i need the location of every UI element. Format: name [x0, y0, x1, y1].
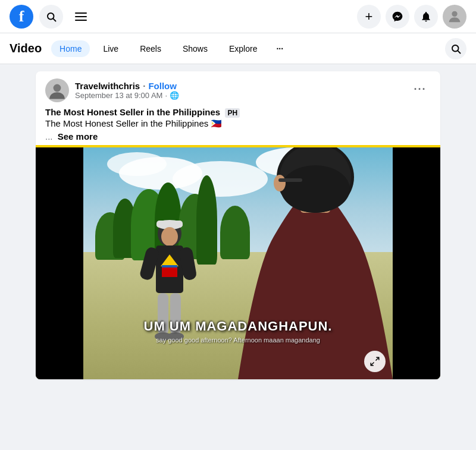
post-card: Travelwithchris · Follow September 13 at…	[36, 71, 440, 379]
subtitle-overlay: UM UM MAGADANGHAPUN. say good good after…	[83, 319, 393, 344]
tab-live[interactable]: Live	[95, 40, 127, 57]
topbar-search-button[interactable]	[39, 5, 63, 29]
secondary-nav: Video Home Live Reels Shows Explore ···	[0, 33, 476, 64]
post-title: The Most Honest Seller in the Philippine…	[45, 107, 431, 117]
see-more-link[interactable]: See more	[58, 131, 98, 141]
person-right	[238, 147, 393, 379]
topbar-right: +	[357, 5, 466, 29]
svg-line-4	[458, 51, 460, 53]
post-timestamp: September 13 at 9:00 AM	[75, 91, 162, 100]
subtitle-secondary-text: say good good afternoon? Afternoon maaan…	[83, 336, 393, 344]
letterbox-left	[36, 147, 83, 379]
hamburger-line-1	[75, 12, 87, 14]
search-icon	[46, 11, 57, 22]
svg-point-9	[161, 227, 178, 246]
letterbox-right	[393, 147, 440, 379]
video-search-button[interactable]	[445, 38, 466, 59]
bell-icon	[420, 11, 432, 23]
post-text: The Most Honest Seller in the Philippine…	[36, 102, 440, 145]
tab-shows[interactable]: Shows	[174, 40, 216, 57]
svg-point-24	[274, 175, 286, 191]
topbar: f +	[0, 0, 476, 33]
search-icon	[450, 43, 461, 54]
ellipsis-icon: ···	[414, 83, 426, 96]
tab-more[interactable]: ···	[270, 40, 289, 57]
post-subtitle: The Most Honest Seller in the Philippine…	[45, 118, 431, 129]
post-author-avatar[interactable]	[45, 78, 69, 102]
video-scene: UM UM MAGADANGHAPUN. say good good after…	[36, 147, 440, 379]
post-header: Travelwithchris · Follow September 13 at…	[36, 71, 440, 102]
hamburger-line-3	[75, 20, 87, 21]
svg-point-23	[281, 165, 350, 213]
hamburger-line-2	[75, 16, 87, 17]
post-more-button[interactable]: ···	[409, 78, 431, 100]
hamburger-menu-button[interactable]	[69, 5, 93, 29]
topbar-left: f	[10, 5, 93, 29]
author-separator: ·	[143, 81, 145, 91]
post-author-line: Travelwithchris · Follow	[75, 81, 179, 91]
cloud-2	[107, 152, 167, 176]
expand-icon	[369, 356, 380, 367]
facebook-logo[interactable]: f	[10, 5, 33, 29]
user-avatar[interactable]	[443, 5, 466, 29]
svg-point-2	[452, 11, 457, 16]
post-time: September 13 at 9:00 AM · 🌐	[75, 91, 179, 100]
create-button[interactable]: +	[357, 5, 381, 29]
video-player[interactable]: UM UM MAGADANGHAPUN. say good good after…	[36, 147, 440, 379]
tab-reels[interactable]: Reels	[131, 40, 170, 57]
subtitle-main-text: UM UM MAGADANGHAPUN.	[83, 319, 393, 334]
tab-explore[interactable]: Explore	[221, 40, 265, 57]
plus-icon: +	[365, 10, 373, 23]
svg-rect-13	[162, 265, 177, 268]
avatar-image	[48, 81, 67, 100]
messenger-icon	[392, 11, 403, 23]
follow-button[interactable]: Follow	[148, 81, 177, 91]
svg-point-5	[54, 84, 61, 92]
messenger-button[interactable]	[386, 5, 409, 29]
expand-button[interactable]	[364, 351, 386, 372]
post-header-left: Travelwithchris · Follow September 13 at…	[45, 78, 179, 102]
ph-badge: PH	[225, 108, 240, 118]
section-title: Video	[10, 42, 42, 55]
notifications-button[interactable]	[414, 5, 438, 29]
post-meta: Travelwithchris · Follow September 13 at…	[75, 81, 179, 100]
person-left	[125, 201, 214, 379]
tab-home[interactable]: Home	[51, 40, 90, 57]
svg-line-1	[53, 18, 55, 21]
video-container[interactable]: UM UM MAGADANGHAPUN. say good good after…	[36, 147, 440, 379]
time-separator: ·	[165, 91, 167, 100]
content-area: Travelwithchris · Follow September 13 at…	[0, 64, 476, 450]
see-more-line: ... See more	[45, 131, 431, 141]
svg-rect-25	[278, 178, 302, 182]
ellipsis-text: ...	[45, 131, 53, 141]
post-author-name[interactable]: Travelwithchris	[75, 81, 140, 91]
avatar-icon	[446, 8, 463, 25]
svg-rect-8	[156, 221, 183, 228]
globe-icon: 🌐	[170, 91, 179, 100]
